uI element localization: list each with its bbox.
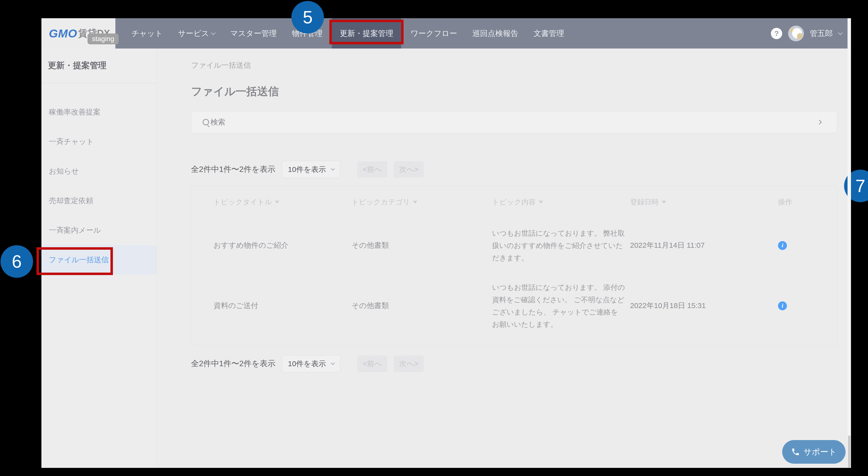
nav-item-label: 更新・提案管理 xyxy=(340,28,393,39)
annotation-circle-6: 6 xyxy=(0,245,33,278)
table-header-row: トピックタイトル トピックカテゴリ トピック内容 登録日時 xyxy=(191,186,837,218)
sidebar-menu: 稼働率改善提案 一斉チャット お知らせ 売却査定依頼 一斉案内メール xyxy=(41,83,157,275)
next-page-button[interactable]: 次へ> xyxy=(394,355,424,372)
column-header-actions: 操作 xyxy=(778,197,837,207)
nav-item-patrol-inspection-report[interactable]: 巡回点検報告 xyxy=(466,18,524,48)
page-size-select[interactable]: 10件を表示 xyxy=(282,161,340,178)
cell-registered-at: 2022年10月18日 15:31 xyxy=(630,301,778,311)
cell-actions: i xyxy=(778,301,837,310)
info-icon[interactable]: i xyxy=(778,241,787,250)
column-header-topic-title[interactable]: トピックタイトル xyxy=(214,197,351,207)
user-name[interactable]: 管五郎 xyxy=(810,28,833,39)
sort-caret-icon xyxy=(275,201,279,204)
sidebar-item-label: 稼働率改善提案 xyxy=(49,107,100,117)
cell-topic-content: いつもお世話になっております。 弊社取扱いのおすすめ物件をご紹介させていただきま… xyxy=(492,227,625,264)
column-header-registered-at[interactable]: 登録日時 xyxy=(630,197,778,207)
chevron-right-icon xyxy=(817,120,822,125)
nav-item-label: チャット xyxy=(131,28,163,39)
pagination-top: 全2件中1件〜2件を表示 10件を表示 <前へ 次へ> xyxy=(191,161,837,178)
sidebar-item-label: お知らせ xyxy=(49,166,79,176)
nav-item-workflow[interactable]: ワークフロー xyxy=(405,18,463,48)
cell-topic-category: その他書類 xyxy=(351,301,492,311)
nav-item-service[interactable]: サービス xyxy=(172,18,221,48)
cell-registered-at: 2022年11月14日 11:07 xyxy=(630,240,778,250)
cell-actions: i xyxy=(778,241,837,250)
nav-item-label: 文書管理 xyxy=(533,28,564,39)
sidebar: 更新・提案管理 稼働率改善提案 一斉チャット お知らせ 売却査定依頼 xyxy=(41,48,157,468)
nav-item-label: マスター管理 xyxy=(230,28,277,39)
screenshot-stage: GMO 賃貸DX staging チャット サービス マスター管理 物件管理 xyxy=(0,0,868,476)
sidebar-item-occupancy-improvement[interactable]: 稼働率改善提案 xyxy=(41,97,157,127)
sort-caret-icon xyxy=(539,201,543,204)
app-window: GMO 賃貸DX staging チャット サービス マスター管理 物件管理 xyxy=(41,18,851,468)
search-panel[interactable]: 検索 xyxy=(191,111,837,133)
pagination-summary: 全2件中1件〜2件を表示 xyxy=(191,164,275,175)
brand-logo[interactable]: GMO 賃貸DX staging xyxy=(41,18,115,48)
sidebar-item-label: ファイル一括送信 xyxy=(49,255,109,265)
page-size-value: 10件を表示 xyxy=(288,165,326,175)
support-button[interactable]: サポート xyxy=(782,440,845,464)
nav-item-label: 物件管理 xyxy=(292,28,322,39)
chevron-down-icon xyxy=(211,30,216,35)
page-size-value: 10件を表示 xyxy=(288,359,326,369)
table-row: 資料のご送付 その他書類 いつもお世話になっております。 添付の資料をご確認くだ… xyxy=(191,272,837,339)
main-content: ファイル一括送信 ファイル一括送信 検索 新規作成 7 全2件中1件〜2件を表示… xyxy=(157,48,851,468)
sidebar-item-file-bulk-send[interactable]: ファイル一括送信 6 xyxy=(41,245,157,275)
support-label: サポート xyxy=(803,446,836,457)
pagination-bottom: 全2件中1件〜2件を表示 10件を表示 <前へ 次へ> xyxy=(191,355,837,372)
next-page-button[interactable]: 次へ> xyxy=(394,161,424,177)
body-row: 更新・提案管理 稼働率改善提案 一斉チャット お知らせ 売却査定依頼 xyxy=(41,48,851,468)
nav-item-label: 巡回点検報告 xyxy=(472,28,518,39)
page-size-select[interactable]: 10件を表示 xyxy=(282,355,340,372)
breadcrumb: ファイル一括送信 xyxy=(191,60,837,70)
column-label: トピック内容 xyxy=(492,197,536,207)
nav-item-master-management[interactable]: マスター管理 xyxy=(224,18,282,48)
prev-page-button[interactable]: <前へ xyxy=(357,355,387,372)
pagination-summary: 全2件中1件〜2件を表示 xyxy=(191,358,275,369)
search-label: 検索 xyxy=(211,117,225,127)
avatar[interactable] xyxy=(788,26,804,41)
nav-item-property-management[interactable]: 物件管理 xyxy=(286,18,329,48)
nav-item-chat[interactable]: チャット xyxy=(125,18,168,48)
nav-item-document-management[interactable]: 文書管理 xyxy=(528,18,570,48)
user-menu-chevron-down-icon[interactable] xyxy=(838,30,843,35)
prev-page-button[interactable]: <前へ xyxy=(357,161,387,177)
info-icon[interactable]: i xyxy=(778,301,787,310)
sidebar-item-bulk-guide-mail[interactable]: 一斉案内メール xyxy=(41,215,157,245)
column-header-topic-content[interactable]: トピック内容 xyxy=(492,197,630,207)
cell-topic-title: 資料のご送付 xyxy=(214,301,351,311)
cell-topic-category: その他書類 xyxy=(351,240,492,250)
sort-caret-icon xyxy=(662,201,666,204)
column-label: 操作 xyxy=(778,197,792,207)
cell-topic-title: おすすめ物件のご紹介 xyxy=(214,240,351,250)
sidebar-item-sale-assessment-request[interactable]: 売却査定依頼 xyxy=(41,186,157,215)
search-icon xyxy=(203,119,209,125)
phone-icon xyxy=(791,447,800,456)
column-label: トピックタイトル xyxy=(214,197,272,207)
table-row: おすすめ物件のご紹介 その他書類 いつもお世話になっております。 弊社取扱いのお… xyxy=(191,218,837,272)
nav-item-renewal-proposal-management[interactable]: 更新・提案管理 5 xyxy=(332,18,401,48)
sidebar-item-bulk-chat[interactable]: 一斉チャット xyxy=(41,127,157,157)
help-icon[interactable]: ? xyxy=(771,28,782,39)
sidebar-item-label: 一斉チャット xyxy=(49,137,94,147)
sidebar-item-label: 一斉案内メール xyxy=(49,225,101,235)
sort-caret-icon xyxy=(413,201,417,204)
table-footer-spacer xyxy=(191,339,837,345)
top-navigation-bar: GMO 賃貸DX staging チャット サービス マスター管理 物件管理 xyxy=(41,18,851,48)
top-nav: チャット サービス マスター管理 物件管理 更新・提案管理 5 xyxy=(115,18,851,48)
annotation-number: 6 xyxy=(12,251,22,272)
logo-gmo-text: GMO xyxy=(49,27,77,40)
page-title: ファイル一括送信 xyxy=(191,84,837,99)
sidebar-title: 更新・提案管理 xyxy=(41,48,157,83)
scrollbar-thumb[interactable] xyxy=(848,435,850,468)
chevron-down-icon xyxy=(331,361,335,365)
scrollbar-track[interactable] xyxy=(847,18,851,468)
cell-topic-content: いつもお世話になっております。 添付の資料をご確認ください。 ご不明な点などござ… xyxy=(492,281,625,331)
sidebar-item-notice[interactable]: お知らせ xyxy=(41,157,157,186)
chevron-down-icon xyxy=(331,167,335,171)
column-header-topic-category[interactable]: トピックカテゴリ xyxy=(351,197,492,207)
sidebar-item-label: 売却査定依頼 xyxy=(49,196,93,206)
annotation-number: 7 xyxy=(856,176,865,196)
topnav-right-cluster: ? 管五郎 xyxy=(771,18,851,48)
nav-item-label: ワークフロー xyxy=(410,28,457,39)
